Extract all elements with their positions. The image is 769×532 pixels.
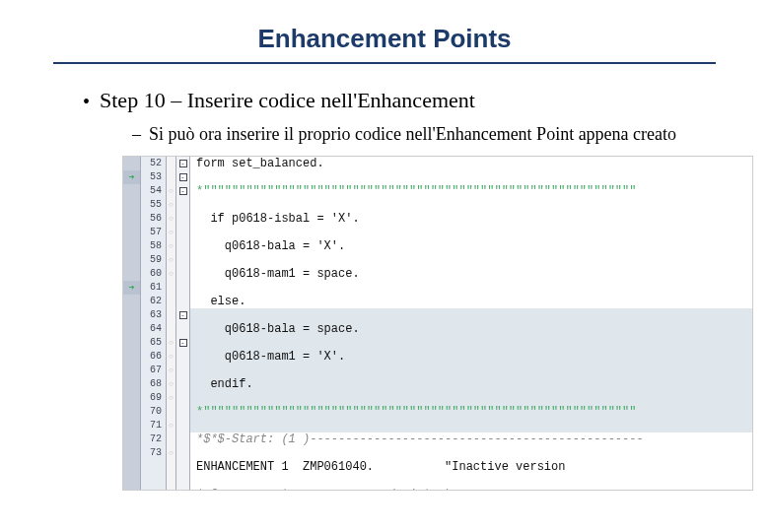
- line-number: 72: [141, 432, 166, 446]
- fold-toggle: [176, 405, 189, 419]
- breakpoint-slot[interactable]: [167, 170, 175, 184]
- fold-toggle: [176, 226, 189, 239]
- title-underline: [53, 62, 716, 64]
- code-line[interactable]: q0618-mam1 = space.: [190, 267, 752, 281]
- enhancement-marker: [123, 184, 140, 198]
- fold-toggle: [176, 364, 189, 377]
- breakpoint-slot[interactable]: ○: [167, 253, 175, 267]
- slide-title: Enhancement Points: [43, 24, 726, 54]
- enhancement-highlight: [190, 364, 752, 377]
- line-number: 71: [141, 419, 166, 432]
- enhancement-marker: [123, 391, 140, 405]
- fold-toggle: [176, 212, 189, 226]
- enhancement-marker: [123, 419, 140, 432]
- fold-toggle[interactable]: -: [176, 308, 189, 322]
- code-line[interactable]: else.: [190, 295, 752, 308]
- breakpoint-slot[interactable]: ○: [167, 336, 175, 350]
- bullet-sub: – Si può ora inserire il proprio codice …: [132, 123, 726, 146]
- breakpoint-slot[interactable]: ○: [167, 184, 175, 198]
- line-number: 68: [141, 377, 166, 391]
- bullet-main: • Step 10 – Inserire codice nell'Enhance…: [83, 88, 726, 115]
- fold-toggle[interactable]: -: [176, 184, 189, 198]
- breakpoint-slot[interactable]: ○: [167, 419, 175, 432]
- sub-text: Si può ora inserire il proprio codice ne…: [149, 123, 676, 146]
- enhancement-marker: [123, 322, 140, 336]
- line-number: 70: [141, 405, 166, 419]
- fold-toggle: [176, 322, 189, 336]
- line-number: 69: [141, 391, 166, 405]
- enhancement-marker: [123, 432, 140, 446]
- code-editor: ➔➔ 5253545556575859606162636465666768697…: [122, 156, 753, 491]
- enhancement-marker: [123, 239, 140, 253]
- breakpoint-slot[interactable]: [167, 308, 175, 322]
- fold-toggle: [176, 446, 189, 460]
- line-number: 56: [141, 212, 166, 226]
- line-number: 60: [141, 267, 166, 281]
- breakpoint-slot[interactable]: [167, 405, 175, 419]
- line-number: 64: [141, 322, 166, 336]
- enhancement-marker: [123, 336, 140, 350]
- breakpoint-slot[interactable]: [167, 157, 175, 170]
- code-line[interactable]: ENHANCEMENT 1 ZMP061040. "Inactive versi…: [190, 460, 752, 474]
- enhancement-marker: [123, 364, 140, 377]
- enhancement-marker: [123, 295, 140, 308]
- fold-toggle[interactable]: -: [176, 170, 189, 184]
- breakpoint-slot[interactable]: ○: [167, 446, 175, 460]
- code-line[interactable]: * Can now enter your own code into here: [190, 488, 752, 491]
- fold-toggle[interactable]: -: [176, 336, 189, 350]
- enhancement-marker: [123, 253, 140, 267]
- enhancement-marker: ➔: [123, 281, 140, 295]
- line-number: 63: [141, 308, 166, 322]
- fold-toggle: [176, 253, 189, 267]
- enhancement-marker: [123, 157, 140, 170]
- code-area: form set_balanced.*"""""""""""""""""""""…: [190, 157, 752, 460]
- line-number: 62: [141, 295, 166, 308]
- breakpoint-slot[interactable]: ○: [167, 377, 175, 391]
- line-number: 61: [141, 281, 166, 295]
- enhancement-marker: [123, 446, 140, 460]
- line-number: 66: [141, 350, 166, 364]
- breakpoint-slot[interactable]: [167, 281, 175, 295]
- breakpoint-slot[interactable]: [167, 322, 175, 336]
- enhancement-marker: [123, 405, 140, 419]
- enhancement-highlight: [190, 336, 752, 350]
- fold-toggle: [176, 377, 189, 391]
- breakpoint-slot[interactable]: ○: [167, 364, 175, 377]
- breakpoint-slot[interactable]: [167, 295, 175, 308]
- enhancement-highlight: [190, 308, 752, 322]
- enhancement-highlight: [190, 391, 752, 405]
- breakpoint-gutter: ○○○○○○○○○○○○○○: [167, 157, 176, 490]
- breakpoint-slot[interactable]: ○: [167, 198, 175, 212]
- line-number: 59: [141, 253, 166, 267]
- enhancement-highlight: [190, 419, 752, 432]
- line-number: 55: [141, 198, 166, 212]
- code-line[interactable]: q0618-bala = 'X'.: [190, 239, 752, 253]
- fold-gutter: -----: [176, 157, 190, 490]
- enhancement-marker: [123, 212, 140, 226]
- fold-toggle: [176, 198, 189, 212]
- breakpoint-slot[interactable]: ○: [167, 391, 175, 405]
- code-line[interactable]: if p0618-isbal = 'X'.: [190, 212, 752, 226]
- line-number: 67: [141, 364, 166, 377]
- enhancement-marker: ➔: [123, 170, 140, 184]
- code-line[interactable]: *$*$-Start: (1 )------------------------…: [190, 432, 752, 446]
- code-line[interactable]: form set_balanced.: [190, 157, 752, 170]
- line-number: 53: [141, 170, 166, 184]
- breakpoint-slot[interactable]: ○: [167, 212, 175, 226]
- breakpoint-slot[interactable]: ○: [167, 239, 175, 253]
- enhancement-marker-gutter: ➔➔: [123, 157, 141, 490]
- breakpoint-slot[interactable]: [167, 432, 175, 446]
- code-line[interactable]: *"""""""""""""""""""""""""""""""""""""""…: [190, 184, 752, 198]
- fold-toggle: [176, 295, 189, 308]
- enhancement-marker: [123, 226, 140, 239]
- breakpoint-slot[interactable]: ○: [167, 267, 175, 281]
- line-number: 73: [141, 446, 166, 460]
- line-number: 65: [141, 336, 166, 350]
- enhancement-marker: [123, 350, 140, 364]
- slide: Enhancement Points • Step 10 – Inserire …: [0, 0, 769, 532]
- fold-toggle: [176, 419, 189, 432]
- line-number: 58: [141, 239, 166, 253]
- fold-toggle[interactable]: -: [176, 157, 189, 170]
- breakpoint-slot[interactable]: ○: [167, 226, 175, 239]
- breakpoint-slot[interactable]: ○: [167, 350, 175, 364]
